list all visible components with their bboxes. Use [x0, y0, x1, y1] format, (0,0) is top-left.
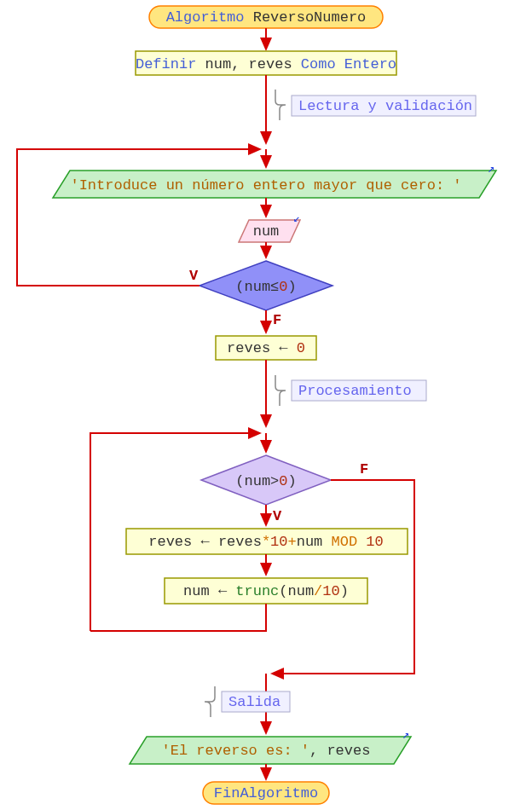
svg-text:(num≤0): (num≤0) [235, 279, 296, 295]
c2-var: num [244, 473, 270, 489]
svg-text:reves
     
    ←
     
    0: reves ← 0 [227, 340, 305, 356]
comment-lectura: Lectura y validación [292, 95, 476, 116]
decision-num-gt-0: (num>0) [201, 455, 331, 505]
def-vars: num, reves [205, 56, 292, 72]
label-F2: F [360, 461, 368, 477]
c1-val: 0 [279, 279, 287, 295]
assign-reves-0: reves ← 0 [216, 336, 316, 360]
comment1-text: Lectura y validación [298, 98, 472, 114]
decision-num-le-0: (num≤0) [200, 261, 332, 310]
svg-text:reves
     
    ←
     
    re: reves ← reves*10+num MOD 10 [148, 534, 383, 550]
c1-close: ) [288, 279, 297, 295]
comment3-text: Salida [228, 694, 280, 710]
a2-open: ( [279, 583, 287, 599]
a2-fn: trunc [235, 583, 279, 599]
c1-open: ( [235, 279, 244, 295]
bracket-icon [275, 375, 286, 406]
a2-arrow: ← [218, 583, 228, 599]
arrow-false-right [272, 480, 414, 674]
def-type: Entero [344, 56, 396, 72]
prompt-text: 'Introduce un número entero mayor que ce… [70, 177, 461, 194]
init-rhs: 0 [297, 340, 305, 356]
def-kw1: Definir [136, 56, 196, 72]
label-F: F [273, 312, 281, 328]
flowchart-diagram: Algoritmo ReversoNumero Definir num, rev… [0, 0, 532, 810]
svg-text:Definir
     
    num, reves
 : Definir num, reves Como Entero [136, 56, 396, 72]
input-text: num [253, 223, 280, 240]
comment-procesamiento: Procesamiento [292, 380, 426, 401]
def-kw2: Como [301, 56, 336, 72]
start-kw: Algoritmo [166, 9, 245, 26]
a1-arrow: ← [200, 534, 210, 550]
a2-argb: 10 [322, 583, 339, 599]
a1-plus: + [288, 534, 297, 550]
bracket-icon [275, 90, 286, 120]
svg-text:Algoritmo
     
    ReversoNum: Algoritmo ReversoNumero [166, 9, 367, 26]
bracket-icon [205, 686, 215, 717]
arrow-loopback1 [17, 149, 260, 273]
a1-mod: MOD [332, 534, 358, 550]
out-comma: , [309, 743, 318, 759]
svg-text:num
     
    ←
     
    trun: num ← trunc(num/10) [183, 583, 349, 599]
output-arrow-icon: ↗ [488, 162, 494, 176]
comment-salida: Salida [222, 691, 290, 712]
start-terminal: Algoritmo ReversoNumero [149, 6, 383, 28]
io-output-result: 'El reverso es: ', reves ↗ [130, 728, 411, 764]
a1-ten: 10 [270, 534, 287, 550]
input-arrow-icon: ↙ [293, 212, 300, 225]
c2-close: ) [288, 473, 297, 489]
start-name: ReversoNumero [253, 9, 367, 26]
a2-close: ) [340, 583, 349, 599]
c1-var: num [244, 279, 270, 295]
assign-num-trunc: num ← trunc(num/10) [165, 578, 367, 604]
io-input-num: num ↙ [239, 212, 300, 242]
arrow-true-left [17, 273, 200, 286]
c2-val: 0 [279, 473, 287, 489]
c1-op: ≤ [270, 279, 279, 295]
define-block: Definir num, reves Como Entero [136, 51, 396, 75]
out-var: reves [327, 743, 370, 759]
a1-ra: reves [218, 534, 262, 550]
a1-num: num [297, 534, 323, 550]
a2-arga: num [288, 583, 315, 599]
end-terminal: FinAlgoritmo [203, 782, 329, 804]
arrow-loop-bottom [90, 604, 266, 631]
a2-lhs: num [183, 583, 210, 599]
init-lhs: reves [227, 340, 270, 356]
a1-lhs: reves [148, 534, 192, 550]
svg-text:(num>0): (num>0) [235, 473, 296, 489]
a1-ten2: 10 [366, 534, 383, 550]
c2-open: ( [235, 473, 244, 489]
c2-op: > [270, 473, 279, 489]
out-lit: 'El reverso es: ' [162, 743, 309, 759]
assign-reves-calc: reves ← reves*10+num MOD 10 [126, 529, 408, 554]
end-text: FinAlgoritmo [214, 785, 318, 801]
label-V: V [189, 268, 199, 284]
comment2-text: Procesamiento [298, 383, 412, 399]
init-arrow: ← [279, 340, 288, 356]
io-output-prompt: 'Introduce un número entero mayor que ce… [53, 162, 496, 198]
svg-text:'El reverso es: ',
     
    r: 'El reverso es: ', reves [162, 743, 371, 759]
label-V2: V [273, 508, 282, 524]
a1-star: * [262, 534, 270, 550]
a2-slash: / [314, 583, 322, 599]
output-arrow-icon: ↗ [402, 728, 409, 742]
